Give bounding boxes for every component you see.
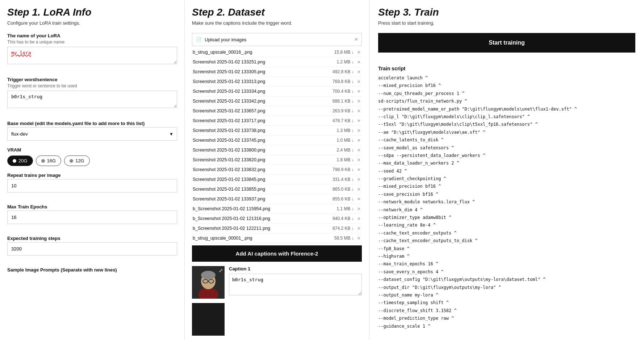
radio-dot-12g bbox=[70, 159, 73, 163]
file-size: 798.9 KB ↓ bbox=[333, 167, 354, 172]
file-remove-button[interactable]: × bbox=[357, 225, 361, 231]
script-line: --gradient_checkpointing ^ bbox=[378, 175, 635, 182]
col2-title: Step 2. Dataset bbox=[192, 7, 362, 18]
col3-subtitle: Press start to start training. bbox=[378, 20, 635, 26]
file-size: 2.4 MB ↓ bbox=[336, 148, 354, 153]
lora-name-input[interactable] bbox=[7, 47, 177, 64]
file-size: 1.8 MB ↓ bbox=[336, 157, 354, 162]
train-panel: Step 3. Train Press start to start train… bbox=[369, 0, 644, 340]
file-name: Screenshot 2025-01-02 133334.png bbox=[193, 89, 333, 94]
dataset-panel: Step 2. Dataset Make sure the captions i… bbox=[185, 0, 369, 340]
file-name: Screenshot 2025-01-02 133845.png bbox=[193, 177, 333, 182]
file-list-item: Screenshot 2025-01-02 133800.png 2.4 MB … bbox=[192, 145, 362, 155]
thumbnail-image-2 bbox=[192, 303, 225, 336]
file-remove-button[interactable]: × bbox=[357, 186, 361, 192]
file-remove-button[interactable]: × bbox=[357, 98, 361, 104]
caption-thumbnail: ⤢ bbox=[192, 266, 225, 299]
file-list-item: Screenshot 2025-01-02 133745.png 1.0 MB … bbox=[192, 136, 362, 145]
file-remove-button[interactable]: × bbox=[357, 216, 361, 221]
script-line: --optimizer_type adamw8bit ^ bbox=[378, 214, 635, 221]
trigger-input[interactable] bbox=[7, 91, 177, 108]
start-training-button[interactable]: Start training bbox=[378, 33, 635, 53]
file-size: 700.4 KB ↓ bbox=[333, 89, 354, 94]
script-line: --mixed_precision bf16 ^ bbox=[378, 82, 635, 89]
file-remove-button[interactable]: × bbox=[357, 206, 361, 212]
file-size: 769.8 KB ↓ bbox=[333, 79, 354, 84]
file-remove-button[interactable]: × bbox=[357, 118, 361, 124]
vram-12g-button[interactable]: 12G bbox=[64, 156, 90, 166]
lora-name-label: The name of your LoRA bbox=[7, 33, 177, 38]
file-remove-button[interactable]: × bbox=[357, 59, 361, 65]
script-line: --network_module networks.lora_flux ^ bbox=[378, 198, 635, 206]
col3-title: Step 3. Train bbox=[378, 7, 635, 18]
file-remove-button[interactable]: × bbox=[357, 137, 361, 143]
file-remove-button[interactable]: × bbox=[357, 177, 361, 182]
script-line: --learning_rate 8e-4 ^ bbox=[378, 221, 635, 229]
expand-icon[interactable]: ⤢ bbox=[219, 268, 223, 273]
base-model-select[interactable]: flux-dev bbox=[7, 127, 177, 141]
file-name: Screenshot 2025-01-02 133820.png bbox=[193, 157, 336, 162]
file-remove-button[interactable]: × bbox=[357, 88, 361, 94]
file-size: 1.1 MB ↓ bbox=[336, 206, 354, 211]
file-remove-button[interactable]: × bbox=[357, 167, 361, 173]
file-remove-button[interactable]: × bbox=[357, 128, 361, 133]
vram-20g-button[interactable]: 20G bbox=[7, 156, 33, 166]
file-size: 478.7 KB ↓ bbox=[333, 118, 354, 123]
script-line: --highvram ^ bbox=[378, 253, 635, 260]
col1-title: Step 1. LoRA Info bbox=[7, 7, 177, 18]
caption-form-2 bbox=[229, 303, 362, 336]
add-captions-button[interactable]: Add AI captions with Florence-2 bbox=[192, 245, 362, 262]
file-remove-button[interactable]: × bbox=[357, 235, 361, 241]
max-epochs-label: Max Train Epochs bbox=[7, 204, 177, 210]
max-epochs-input[interactable] bbox=[7, 211, 177, 224]
close-icon[interactable]: × bbox=[355, 36, 358, 43]
radio-dot-16g bbox=[41, 159, 45, 163]
script-line: --output_dir "D:\git\fluxgym\outputs\my-… bbox=[378, 284, 635, 291]
vram-button-group: 20G 16G 12G bbox=[7, 156, 177, 166]
script-line: --seed 42 ^ bbox=[378, 167, 635, 175]
file-size: 1.3 MB ↓ bbox=[336, 128, 354, 133]
file-name: Screenshot 2025-01-02 133800.png bbox=[193, 148, 336, 153]
file-list-item: Screenshot 2025-01-02 133342.png 686.1 K… bbox=[192, 96, 362, 106]
radio-dot-20g bbox=[13, 159, 16, 163]
upload-bar[interactable]: 📄 Upload your images × bbox=[192, 33, 362, 46]
repeat-input[interactable] bbox=[7, 179, 177, 192]
caption-textarea[interactable] bbox=[229, 274, 362, 295]
svg-point-3 bbox=[201, 271, 216, 279]
file-size: 15.8 MB ↓ bbox=[334, 50, 354, 55]
col2-subtitle: Make sure the captions include the trigg… bbox=[192, 20, 362, 26]
vram-16g-button[interactable]: 16G bbox=[36, 156, 62, 166]
file-size: 1.0 MB ↓ bbox=[336, 138, 354, 143]
file-name: Screenshot 2025-01-02 133251.png bbox=[193, 59, 336, 65]
file-name: Screenshot 2025-01-02 133657.png bbox=[193, 108, 333, 113]
file-list-item: Screenshot 2025-01-02 133313.png 769.8 K… bbox=[192, 77, 362, 87]
file-remove-button[interactable]: × bbox=[357, 79, 361, 84]
expected-steps-label: Expected training steps bbox=[7, 236, 177, 241]
file-list-item: Screenshot 2025-01-02 133832.png 798.9 K… bbox=[192, 165, 362, 175]
script-line: --save_precision bf16 ^ bbox=[378, 191, 635, 198]
file-remove-button[interactable]: × bbox=[357, 157, 361, 163]
file-remove-button[interactable]: × bbox=[357, 108, 361, 114]
file-size: 686.1 KB ↓ bbox=[333, 99, 354, 104]
vram-20g-label: 20G bbox=[18, 158, 28, 163]
file-size: 865.0 KB ↓ bbox=[333, 187, 354, 192]
script-line: --cache_text_encoder_outputs_to_disk ^ bbox=[378, 237, 635, 244]
file-list-item: b_strug_upscale_00001_.png 58.5 MB ↓ × bbox=[192, 233, 362, 243]
file-list-item: Screenshot 2025-01-02 133334.png 700.4 K… bbox=[192, 87, 362, 96]
col1-subtitle: Configure your LoRA train settings. bbox=[7, 20, 177, 26]
file-name: Screenshot 2025-01-02 133738.png bbox=[193, 128, 336, 133]
file-list-item: Screenshot 2025-01-02 133738.png 1.3 MB … bbox=[192, 126, 362, 136]
file-name: Screenshot 2025-01-02 133832.png bbox=[193, 167, 333, 172]
train-script-content: accelerate launch ^--mixed_precision bf1… bbox=[378, 74, 635, 330]
file-name: b_Screenshot 2025-01-02 122211.png bbox=[193, 226, 333, 231]
caption-thumbnail-2 bbox=[192, 303, 225, 336]
file-remove-button[interactable]: × bbox=[357, 196, 361, 202]
file-remove-button[interactable]: × bbox=[357, 69, 361, 75]
file-remove-button[interactable]: × bbox=[357, 147, 361, 153]
file-icon: 📄 bbox=[196, 37, 202, 42]
expected-steps-input[interactable] bbox=[7, 242, 177, 256]
vram-16g-label: 16G bbox=[47, 158, 56, 163]
upload-label: Upload your images bbox=[205, 37, 247, 42]
file-remove-button[interactable]: × bbox=[357, 49, 361, 55]
script-line: --timestep_sampling shift ^ bbox=[378, 299, 635, 306]
